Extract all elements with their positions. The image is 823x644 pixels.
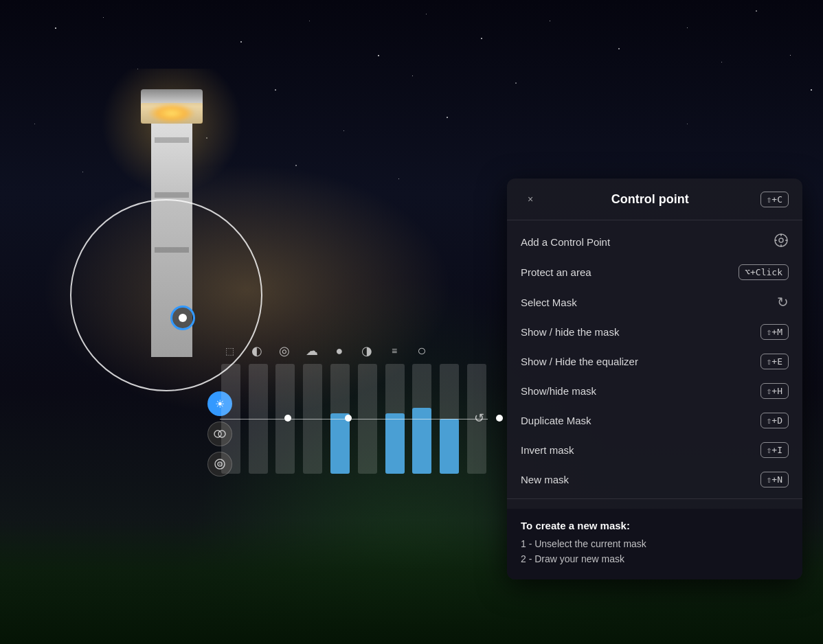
invert-mask-shortcut: ⇧+I	[760, 442, 789, 458]
menu-item-label-2: Select Mask	[521, 297, 577, 308]
menu-item-label-5: Show/hide mask	[521, 385, 596, 397]
slider-4[interactable]	[329, 364, 351, 487]
eq-icon-5: ◑	[357, 343, 376, 358]
menu-items-list: Add a Control Point Protect an area ⌥+Cl…	[507, 220, 802, 509]
footer-title: To create a new mask:	[521, 520, 789, 531]
menu-item-label-7: Invert mask	[521, 444, 574, 456]
slider-2[interactable]	[275, 364, 297, 487]
slider-6[interactable]	[384, 364, 406, 487]
select-mask-icon: ↻	[777, 294, 789, 310]
dot-handle-2	[345, 415, 352, 422]
menu-header: × Control point ⇧+C	[507, 179, 802, 220]
add-control-point-icon	[774, 233, 789, 251]
slider-1[interactable]	[247, 364, 269, 487]
menu-divider	[507, 498, 802, 499]
menu-item-show-hide-equalizer[interactable]: Show / Hide the equalizer ⇧+E	[507, 347, 802, 376]
panel-title: Control point	[611, 192, 689, 207]
sliders-area: ↺	[210, 364, 498, 487]
slider-7[interactable]	[412, 364, 433, 487]
menu-item-label-4: Show / Hide the equalizer	[521, 356, 638, 367]
mid-line	[220, 419, 488, 419]
footer-step-2: 2 - Draw your new mask	[521, 553, 789, 564]
eq-icon-3: ☁	[302, 343, 322, 358]
control-point-inner	[179, 314, 187, 322]
menu-item-add-control-point[interactable]: Add a Control Point	[507, 226, 802, 257]
dot-handle-1	[284, 415, 291, 422]
eq-icon-0: ⬚	[220, 345, 239, 356]
showhide-mask-shortcut: ⇧+H	[760, 383, 789, 399]
curve-icon: ↺	[474, 411, 484, 426]
slider-9[interactable]	[466, 364, 488, 487]
slider-fill-7	[412, 408, 431, 474]
menu-item-show-hide-mask[interactable]: Show / hide the mask ⇧+M	[507, 317, 802, 347]
close-button[interactable]: ×	[521, 189, 540, 209]
footer-step-1: 1 - Unselect the current mask	[521, 538, 789, 549]
slider-fill-8	[440, 419, 459, 474]
dot-handle-3	[496, 415, 503, 422]
menu-item-label-0: Add a Control Point	[521, 236, 610, 248]
menu-footer: To create a new mask: 1 - Unselect the c…	[507, 509, 802, 579]
context-menu: × Control point ⇧+C Add a Control Point …	[507, 179, 802, 579]
new-mask-shortcut: ⇧+N	[760, 472, 789, 487]
slider-3[interactable]	[302, 364, 324, 487]
menu-item-select-mask[interactable]: Select Mask ↻	[507, 287, 802, 317]
menu-item-showhide-mask[interactable]: Show/hide mask ⇧+H	[507, 376, 802, 406]
menu-item-label-3: Show / hide the mask	[521, 326, 619, 338]
eq-icon-row: ⬚ ◐ ◎ ☁ ● ◑ ≡ ○	[210, 343, 498, 358]
menu-item-duplicate-mask[interactable]: Duplicate Mask ⇧+D	[507, 406, 802, 435]
show-hide-mask-shortcut: ⇧+M	[760, 324, 789, 340]
menu-item-label-8: New mask	[521, 474, 569, 485]
eq-icon-6: ≡	[385, 345, 404, 356]
eq-icon-4: ●	[330, 344, 349, 358]
header-shortcut-badge: ⇧+C	[760, 192, 789, 207]
duplicate-mask-shortcut: ⇧+D	[760, 413, 789, 428]
slider-fill-4	[330, 413, 350, 474]
eq-icon-2: ◎	[275, 343, 294, 358]
slider-5[interactable]	[357, 364, 379, 487]
eq-icon-7: ○	[412, 343, 431, 358]
menu-item-new-mask[interactable]: New mask ⇧+N	[507, 465, 802, 494]
control-point-icon[interactable]	[170, 306, 195, 330]
show-hide-eq-shortcut: ⇧+E	[760, 354, 789, 369]
protect-area-shortcut: ⌥+Click	[739, 264, 789, 280]
eq-icon-1: ◐	[247, 343, 267, 358]
menu-item-label-1: Protect an area	[521, 266, 591, 278]
close-icon: ×	[528, 194, 533, 205]
lighthouse-light	[148, 103, 196, 124]
menu-item-invert-mask[interactable]: Invert mask ⇧+I	[507, 435, 802, 465]
slider-8[interactable]	[438, 364, 460, 487]
equalizer-panel: ⬚ ◐ ◎ ☁ ● ◑ ≡ ○ ↺	[210, 343, 498, 487]
menu-item-protect-area[interactable]: Protect an area ⌥+Click	[507, 257, 802, 287]
slider-fill-6	[385, 413, 405, 474]
menu-item-label-6: Duplicate Mask	[521, 415, 591, 426]
slider-0[interactable]	[220, 364, 242, 487]
svg-point-6	[779, 238, 783, 242]
